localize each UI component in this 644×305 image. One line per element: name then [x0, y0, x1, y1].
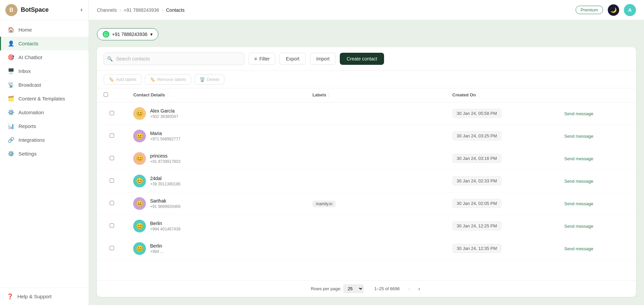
rows-per-page-select[interactable]: 25 50 100: [343, 285, 364, 293]
table-row: 😐 Maria +971 568982777 30 Jan 24, 03:25 …: [97, 125, 636, 147]
table-row: 😐 Sarthak +91 9899920469 mamily.in 30 Ja…: [97, 192, 636, 215]
contact-phone-1: +971 568982777: [150, 137, 180, 141]
sidebar-item-broadcast[interactable]: 📡 Broadcast: [0, 78, 89, 92]
sidebar-item-home[interactable]: 🏠 Home: [0, 23, 89, 37]
channel-selector[interactable]: +91 7888243936 ▾: [97, 28, 158, 40]
table-row: 😊 Berlin +994 ... 30 Jan 24, 12:35 PM Se…: [97, 237, 636, 260]
sidebar-item-label-content-templates: Content & Templates: [18, 96, 65, 101]
send-message-link-3[interactable]: Send message: [564, 179, 593, 184]
dark-mode-button[interactable]: 🌙: [608, 4, 619, 16]
contact-name-6: Berlin: [150, 243, 163, 249]
send-message-link-2[interactable]: Send message: [564, 156, 593, 161]
send-message-link-1[interactable]: Send message: [564, 134, 593, 139]
contact-created-1: 30 Jan 24, 03:25 PM: [452, 131, 501, 140]
sidebar-header: B BotSpace ⬍: [0, 0, 89, 20]
row-checkbox-2[interactable]: [110, 156, 114, 160]
contact-info-3: 24dal +39 3911380186: [150, 176, 180, 186]
sidebar-item-label-automation: Automation: [18, 110, 44, 115]
contact-phone-5: +994 401467439: [150, 227, 180, 231]
contact-avatar-2: 😊: [133, 152, 146, 165]
automation-icon: ⚙️: [8, 109, 14, 116]
contact-avatar-5: 😊: [133, 220, 146, 232]
row-checkbox-1[interactable]: [110, 133, 114, 138]
card-toolbar: 🔍 ≡ Filter Export Import Create contact: [97, 47, 636, 71]
search-input-wrap: 🔍: [104, 52, 245, 65]
help-support-item[interactable]: ❓ Help & Support: [7, 293, 82, 300]
sidebar-item-ai-chatbot[interactable]: 🎯 AI Chatbot: [0, 50, 89, 64]
main-content: Channels › +91 7888243936 › Contacts Pre…: [89, 0, 644, 305]
contact-avatar-1: 😐: [133, 130, 146, 142]
contact-name-3: 24dal: [150, 176, 180, 181]
premium-badge[interactable]: Premium: [576, 6, 603, 14]
contact-created-5: 30 Jan 24, 12:25 PM: [452, 221, 501, 230]
export-button[interactable]: Export: [279, 53, 306, 65]
breadcrumb: Channels › +91 7888243936 › Contacts: [97, 7, 184, 13]
contact-phone-0: +502 38380047: [150, 114, 178, 119]
contact-avatar-3: 😊: [133, 175, 146, 187]
delete-button[interactable]: 🗑️ Delete: [195, 74, 225, 85]
sidebar-item-settings[interactable]: ⚙️ Settings: [0, 147, 89, 161]
sidebar-item-label-ai-chatbot: AI Chatbot: [18, 54, 42, 60]
logo-circle: B: [5, 4, 17, 16]
contact-info-2: princess +91 8739917803: [150, 153, 180, 164]
contact-info-4: Sarthak +91 9899920469: [150, 198, 180, 209]
contact-avatar-0: 😊: [133, 107, 146, 120]
create-contact-button[interactable]: Create contact: [340, 53, 384, 65]
user-avatar[interactable]: A: [624, 4, 636, 16]
contact-info-1: Maria +971 568982777: [150, 131, 180, 141]
sidebar: B BotSpace ⬍ 🏠 Home 👤 Contacts 🎯 AI Chat…: [0, 0, 89, 305]
filter-button[interactable]: ≡ Filter: [249, 53, 275, 65]
prev-page-button[interactable]: ‹: [407, 285, 412, 293]
remove-label-icon: 🏷️: [150, 77, 155, 82]
label-icon: 🏷️: [109, 77, 114, 82]
import-button[interactable]: Import: [310, 53, 336, 65]
search-input[interactable]: [104, 52, 245, 65]
contacts-table: Contact Details Labels Created On: [97, 88, 636, 260]
row-checkbox-6[interactable]: [110, 246, 114, 250]
contacts-card: 🔍 ≡ Filter Export Import Create contact …: [97, 47, 636, 297]
contact-phone-3: +39 3911380186: [150, 182, 180, 186]
ai-chatbot-icon: 🎯: [8, 54, 14, 60]
contact-name-0: Alex García: [150, 108, 178, 114]
next-page-button[interactable]: ›: [416, 285, 422, 293]
channel-phone-number: +91 7888243936: [112, 32, 148, 37]
contact-name-4: Sarthak: [150, 198, 180, 204]
row-checkbox-0[interactable]: [110, 111, 114, 115]
row-checkbox-5[interactable]: [110, 223, 114, 228]
col-header-labels: Labels: [312, 92, 326, 97]
contact-created-6: 30 Jan 24, 12:35 PM: [452, 244, 501, 253]
sidebar-item-content-templates[interactable]: 🗂️ Content & Templates: [0, 92, 89, 105]
sidebar-item-label-home: Home: [18, 27, 32, 33]
breadcrumb-sep-2: ›: [162, 7, 163, 13]
search-icon: 🔍: [107, 56, 113, 61]
remove-labels-button[interactable]: 🏷️ Remove labels: [145, 74, 191, 85]
sidebar-item-contacts[interactable]: 👤 Contacts: [0, 37, 89, 50]
contact-created-2: 30 Jan 24, 03:16 PM: [452, 154, 501, 163]
row-checkbox-3[interactable]: [110, 178, 114, 183]
contact-label-4: mamily.in: [312, 201, 336, 207]
contact-info-6: Berlin +994 ...: [150, 243, 163, 254]
sidebar-item-inbox[interactable]: 🖥️ Inbox: [0, 64, 89, 78]
row-checkbox-4[interactable]: [110, 201, 114, 205]
whatsapp-icon: [103, 31, 109, 38]
send-message-link-5[interactable]: Send message: [564, 224, 593, 229]
contact-created-3: 30 Jan 24, 02:33 PM: [452, 176, 501, 185]
sidebar-nav: 🏠 Home 👤 Contacts 🎯 AI Chatbot 🖥️ Inbox …: [0, 20, 89, 288]
sidebar-item-label-reports: Reports: [18, 123, 36, 129]
sidebar-item-automation[interactable]: ⚙️ Automation: [0, 105, 89, 119]
rows-per-page-label: Rows per page:: [311, 286, 341, 291]
sidebar-toggle[interactable]: ⬍: [80, 8, 83, 12]
breadcrumb-phone[interactable]: +91 7888243936: [124, 7, 159, 13]
select-all-checkbox[interactable]: [104, 92, 108, 97]
breadcrumb-channels[interactable]: Channels: [97, 7, 117, 13]
sidebar-item-integrations[interactable]: 🔗 Integrations: [0, 133, 89, 147]
sidebar-item-reports[interactable]: 📊 Reports: [0, 119, 89, 133]
send-message-link-4[interactable]: Send message: [564, 201, 593, 206]
send-message-link-0[interactable]: Send message: [564, 111, 593, 116]
sidebar-item-label-inbox: Inbox: [18, 68, 31, 74]
contact-info-0: Alex García +502 38380047: [150, 108, 178, 119]
send-message-link-6[interactable]: Send message: [564, 246, 593, 251]
contact-name-1: Maria: [150, 131, 180, 136]
contacts-tbody: 😊 Alex García +502 38380047 30 Jan 24, 0…: [97, 102, 636, 260]
add-labels-button[interactable]: 🏷️ Add labels: [104, 74, 142, 85]
